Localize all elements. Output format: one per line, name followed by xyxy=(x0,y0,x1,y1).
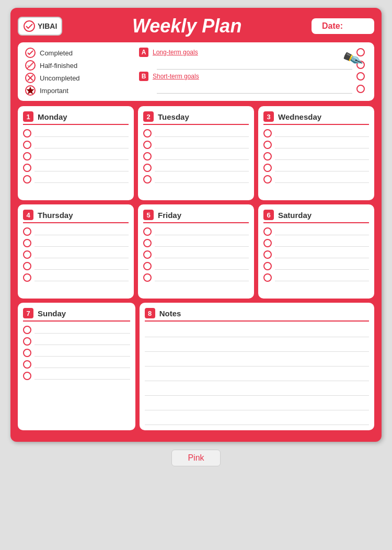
legend-completed: Completed xyxy=(25,48,139,58)
note-line[interactable] xyxy=(145,370,369,381)
note-line[interactable] xyxy=(145,399,369,410)
day-name-tuesday: Tuesday xyxy=(158,112,189,121)
task-row[interactable] xyxy=(143,239,249,247)
task-row[interactable] xyxy=(143,262,249,270)
task-row[interactable] xyxy=(23,141,129,149)
task-row[interactable] xyxy=(263,129,369,138)
day-number-friday: 5 xyxy=(143,210,154,220)
page-title: Weekly Plan xyxy=(67,15,306,37)
task-row[interactable] xyxy=(23,372,130,380)
completed-icon xyxy=(25,48,36,58)
task-line xyxy=(34,153,129,160)
task-row[interactable] xyxy=(23,337,130,346)
task-row[interactable] xyxy=(23,129,129,138)
task-row[interactable] xyxy=(143,227,249,236)
day-card-thursday: 4Thursday xyxy=(18,204,134,299)
important-label: Important xyxy=(40,87,68,95)
uncompleted-icon xyxy=(25,73,36,83)
task-row[interactable] xyxy=(23,262,129,270)
color-label-wrapper: Pink xyxy=(171,444,220,466)
task-row[interactable] xyxy=(263,141,369,149)
page-wrapper: YIBAI Weekly Plan Date: Completed xyxy=(0,0,392,550)
legend-half-finished: Half-finished xyxy=(25,60,139,71)
task-row[interactable] xyxy=(23,152,129,161)
day-card-friday: 5Friday xyxy=(138,204,254,299)
task-circle xyxy=(263,262,272,270)
task-row[interactable] xyxy=(23,164,129,172)
task-row[interactable] xyxy=(143,129,249,138)
task-line xyxy=(155,141,249,148)
task-row[interactable] xyxy=(23,250,129,259)
task-row[interactable] xyxy=(263,152,369,161)
task-line xyxy=(34,372,130,380)
note-line[interactable] xyxy=(145,355,369,366)
goal-a-label: A xyxy=(139,48,148,57)
task-circle xyxy=(23,372,31,380)
task-circle xyxy=(263,250,272,259)
half-finished-label: Half-finished xyxy=(40,62,77,70)
task-row[interactable] xyxy=(143,152,249,161)
days-grid-mid: 4Thursday5Friday6Saturday xyxy=(18,204,374,299)
task-line xyxy=(34,361,130,368)
task-row[interactable] xyxy=(263,273,369,282)
task-line xyxy=(34,239,129,247)
day-card-monday: 1Monday xyxy=(18,106,134,200)
task-circle xyxy=(143,164,152,172)
task-circle xyxy=(143,152,152,161)
task-row[interactable] xyxy=(23,349,130,357)
important-icon xyxy=(25,85,36,96)
task-line xyxy=(34,164,129,171)
note-line[interactable] xyxy=(145,340,369,352)
uncompleted-label: Uncompleted xyxy=(40,74,80,82)
task-row[interactable] xyxy=(23,175,129,184)
note-line[interactable] xyxy=(145,326,369,337)
task-line xyxy=(275,176,369,183)
date-box[interactable]: Date: xyxy=(312,18,374,34)
task-row[interactable] xyxy=(263,262,369,270)
day-header-thursday: 4Thursday xyxy=(23,210,129,223)
task-row[interactable] xyxy=(23,360,130,369)
task-row[interactable] xyxy=(263,239,369,247)
task-row[interactable] xyxy=(143,164,249,172)
day-header-saturday: 6Saturday xyxy=(263,210,369,223)
task-row[interactable] xyxy=(23,227,129,236)
task-row[interactable] xyxy=(23,273,129,282)
note-line[interactable] xyxy=(145,414,369,425)
goal-b-label: B xyxy=(139,72,148,81)
task-circle xyxy=(263,227,272,236)
task-row[interactable] xyxy=(263,164,369,172)
task-circle xyxy=(263,141,272,149)
logo-text: YIBAI xyxy=(38,22,57,30)
goal-b-circle xyxy=(356,72,365,81)
task-line xyxy=(34,141,129,148)
task-row[interactable] xyxy=(263,175,369,184)
task-line xyxy=(275,251,369,258)
completed-label: Completed xyxy=(40,49,73,57)
task-line xyxy=(155,274,249,281)
day-name-wednesday: Wednesday xyxy=(278,112,321,121)
task-row[interactable] xyxy=(143,250,249,259)
task-row[interactable] xyxy=(143,175,249,184)
task-row[interactable] xyxy=(23,326,130,334)
color-label: Pink xyxy=(171,450,220,466)
task-line xyxy=(34,338,130,345)
day-number-saturday: 6 xyxy=(263,210,274,220)
task-row[interactable] xyxy=(143,273,249,282)
task-row[interactable] xyxy=(263,250,369,259)
task-line xyxy=(155,164,249,171)
day-header-wednesday: 3Wednesday xyxy=(263,111,369,125)
day-number-sunday: 7 xyxy=(23,308,33,318)
task-row[interactable] xyxy=(23,239,129,247)
note-line[interactable] xyxy=(145,384,369,396)
task-circle xyxy=(263,152,272,161)
task-row[interactable] xyxy=(263,227,369,236)
task-circle xyxy=(23,152,31,161)
half-finished-icon xyxy=(25,60,36,71)
task-line xyxy=(275,164,369,171)
task-row[interactable] xyxy=(143,141,249,149)
task-line xyxy=(275,141,369,148)
day-number-tuesday: 2 xyxy=(143,111,154,122)
task-line xyxy=(34,349,130,357)
task-line xyxy=(34,274,129,281)
task-circle xyxy=(23,250,31,259)
